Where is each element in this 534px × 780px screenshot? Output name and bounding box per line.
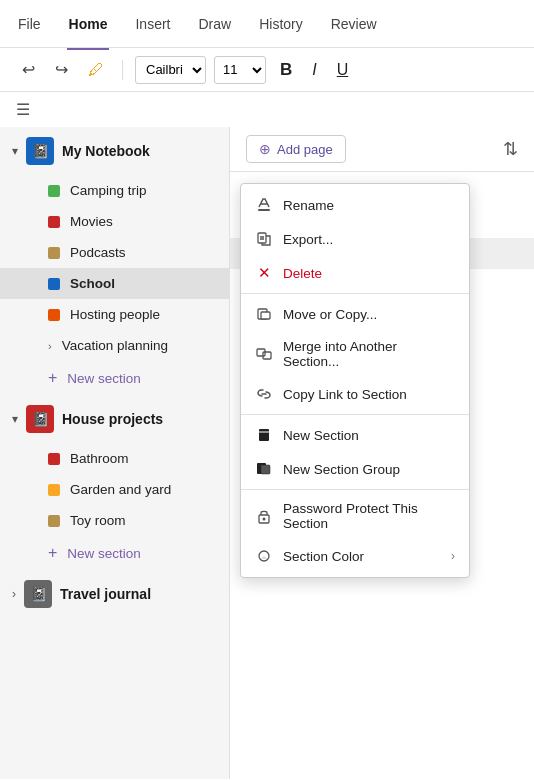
svg-rect-2: [258, 233, 266, 243]
notebook-icon-travel: 📓: [24, 580, 52, 608]
hamburger-row: ☰: [0, 92, 534, 127]
new-section-label-notebook2: New section: [67, 546, 141, 561]
ctx-divider-2: [241, 414, 469, 415]
export-icon: [255, 230, 273, 248]
section-dot-camping: [48, 185, 60, 197]
rename-icon: [255, 196, 273, 214]
link-icon: [255, 385, 273, 403]
ctx-section-color-label: Section Color: [283, 549, 364, 564]
notebook-title-house-projects: House projects: [62, 411, 163, 427]
font-select[interactable]: Cailbri: [135, 56, 206, 84]
section-label-movies: Movies: [70, 214, 113, 229]
menu-home[interactable]: Home: [67, 12, 110, 36]
ctx-section-color[interactable]: Section Color ›: [241, 539, 469, 573]
ctx-delete-label: Delete: [283, 266, 322, 281]
ctx-rename-label: Rename: [283, 198, 334, 213]
section-label-toy-room: Toy room: [70, 513, 126, 528]
merge-icon: [255, 345, 273, 363]
section-movies[interactable]: Movies: [0, 206, 229, 237]
ctx-rename[interactable]: Rename: [241, 188, 469, 222]
notebook-icon-house-projects: 📓: [26, 405, 54, 433]
right-panel: ⊕ Add page ⇅ Hummingbird wing... Weather…: [230, 127, 534, 779]
section-label-school: School: [70, 276, 115, 291]
section-label-bathroom: Bathroom: [70, 451, 129, 466]
notebook-my-notebook[interactable]: ▾ 📓 My Notebook: [0, 127, 229, 175]
new-section-label-notebook1: New section: [67, 371, 141, 386]
chevron-house-projects: ▾: [12, 412, 18, 426]
section-dot-toy-room: [48, 515, 60, 527]
add-page-button[interactable]: ⊕ Add page: [246, 135, 346, 163]
ctx-export[interactable]: Export...: [241, 222, 469, 256]
section-color-arrow: ›: [451, 549, 455, 563]
hamburger-button[interactable]: ☰: [16, 100, 30, 119]
section-podcasts[interactable]: Podcasts: [0, 237, 229, 268]
toolbar: ↩ ↪ 🖊 Cailbri 11 B I U: [0, 48, 534, 92]
chevron-vacation: ›: [48, 340, 52, 352]
ctx-merge[interactable]: Merge into Another Section...: [241, 331, 469, 377]
section-bathroom[interactable]: Bathroom: [0, 443, 229, 474]
menu-insert[interactable]: Insert: [133, 12, 172, 36]
highlight-button[interactable]: 🖊: [82, 57, 110, 83]
new-section-group-icon: [255, 460, 273, 478]
ctx-copy-link[interactable]: Copy Link to Section: [241, 377, 469, 411]
italic-button[interactable]: I: [306, 57, 322, 83]
add-page-label: Add page: [277, 142, 333, 157]
ctx-new-section-group[interactable]: New Section Group: [241, 452, 469, 486]
move-icon: [255, 305, 273, 323]
section-camping-trip[interactable]: Camping trip: [0, 175, 229, 206]
ctx-divider-1: [241, 293, 469, 294]
section-label-hosting: Hosting people: [70, 307, 160, 322]
plus-icon-notebook2: +: [48, 544, 57, 562]
section-dot-bathroom: [48, 453, 60, 465]
undo-button[interactable]: ↩: [16, 56, 41, 83]
section-label-camping: Camping trip: [70, 183, 147, 198]
ctx-copy-link-label: Copy Link to Section: [283, 387, 407, 402]
new-section-notebook1[interactable]: + New section: [0, 361, 229, 395]
bold-button[interactable]: B: [274, 56, 298, 84]
toolbar-divider: [122, 60, 123, 80]
section-hosting-people[interactable]: Hosting people: [0, 299, 229, 330]
section-vacation-planning[interactable]: › Vacation planning: [0, 330, 229, 361]
section-label-vacation: Vacation planning: [62, 338, 168, 353]
svg-rect-8: [259, 429, 269, 441]
sort-button[interactable]: ⇅: [503, 138, 518, 160]
notebook-house-projects[interactable]: ▾ 📓 House projects: [0, 395, 229, 443]
color-icon: [255, 547, 273, 565]
menu-draw[interactable]: Draw: [196, 12, 233, 36]
new-section-notebook2[interactable]: + New section: [0, 536, 229, 570]
context-menu: Rename Export... ✕ Delete: [240, 183, 470, 578]
new-section-icon: [255, 426, 273, 444]
add-page-icon: ⊕: [259, 141, 271, 157]
section-dot-school: [48, 278, 60, 290]
notebook-title-my-notebook: My Notebook: [62, 143, 150, 159]
menu-review[interactable]: Review: [329, 12, 379, 36]
ctx-password-label: Password Protect This Section: [283, 501, 455, 531]
plus-icon-notebook1: +: [48, 369, 57, 387]
svg-rect-11: [261, 465, 270, 474]
ctx-divider-3: [241, 489, 469, 490]
menu-history[interactable]: History: [257, 12, 305, 36]
underline-button[interactable]: U: [331, 57, 355, 83]
notebook-travel-journal[interactable]: › 📓 Travel journal: [0, 570, 229, 618]
ctx-new-section-label: New Section: [283, 428, 359, 443]
section-label-podcasts: Podcasts: [70, 245, 126, 260]
section-dot-hosting: [48, 309, 60, 321]
section-school[interactable]: School: [0, 268, 229, 299]
menu-bar: File Home Insert Draw History Review: [0, 0, 534, 48]
font-size-select[interactable]: 11: [214, 56, 266, 84]
ctx-password[interactable]: Password Protect This Section: [241, 493, 469, 539]
section-label-garden: Garden and yard: [70, 482, 171, 497]
section-toy-room[interactable]: Toy room: [0, 505, 229, 536]
ctx-new-section[interactable]: New Section: [241, 418, 469, 452]
notebook-icon-my-notebook: 📓: [26, 137, 54, 165]
section-dot-garden: [48, 484, 60, 496]
menu-file[interactable]: File: [16, 12, 43, 36]
section-dot-movies: [48, 216, 60, 228]
svg-rect-4: [261, 312, 270, 319]
chevron-travel: ›: [12, 587, 16, 601]
section-garden-yard[interactable]: Garden and yard: [0, 474, 229, 505]
notebook-title-travel: Travel journal: [60, 586, 151, 602]
ctx-move-copy[interactable]: Move or Copy...: [241, 297, 469, 331]
ctx-delete[interactable]: ✕ Delete: [241, 256, 469, 290]
redo-button[interactable]: ↪: [49, 56, 74, 83]
